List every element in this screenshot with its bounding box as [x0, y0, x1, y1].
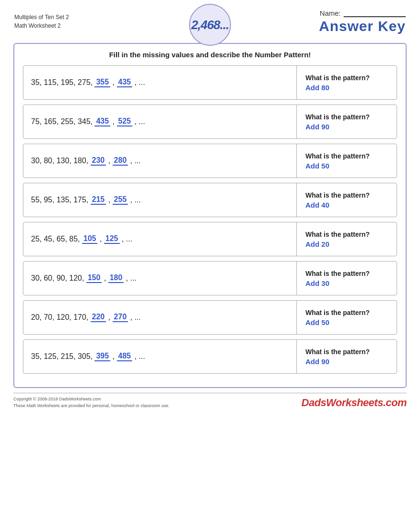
pattern-question-2: What is the pattern? [305, 113, 370, 121]
problem-sequence-2: 75, 165, 255, 345, 435 , 525 , ... [23, 105, 296, 138]
problem-row-7: 20, 70, 120, 170, 220 , 270 , ... What i… [23, 300, 397, 335]
answer1-5: 105 [82, 234, 98, 244]
header-right: Name: Answer Key [319, 9, 406, 34]
answer1-1: 355 [94, 78, 110, 87]
footer: Copyright © 2008-2018 DadsWorksheets.com… [13, 393, 407, 409]
problem-row-6: 30, 60, 90, 120, 150 , 180 , ... What is… [23, 261, 397, 295]
footer-left: Copyright © 2008-2018 DadsWorksheets.com… [13, 396, 169, 409]
problems-container: 35, 115, 195, 275, 355 , 435 , ... What … [23, 65, 397, 374]
logo-circle: 2,468... [189, 4, 231, 46]
problem-row-1: 35, 115, 195, 275, 355 , 435 , ... What … [23, 65, 397, 100]
problem-sequence-3: 30, 80, 130, 180, 230 , 280 , ... [23, 144, 296, 178]
sequence-text-8: 35, 125, 215, 305, [31, 352, 94, 361]
problem-sequence-1: 35, 115, 195, 275, 355 , 435 , ... [23, 66, 296, 99]
answer2-5: 125 [104, 234, 120, 244]
answer1-4: 215 [91, 195, 106, 205]
problem-sequence-6: 30, 60, 90, 120, 150 , 180 , ... [23, 262, 296, 295]
pattern-question-6: What is the pattern? [305, 270, 370, 277]
pattern-question-8: What is the pattern? [305, 348, 370, 356]
pattern-question-1: What is the pattern? [305, 74, 370, 82]
answer1-7: 220 [91, 313, 106, 322]
logo-text: 2,468... [191, 18, 229, 32]
pattern-question-4: What is the pattern? [305, 191, 370, 199]
problem-pattern-4: What is the pattern? Add 40 [296, 183, 397, 217]
answer2-2: 525 [117, 117, 133, 126]
answer2-4: 255 [113, 195, 128, 205]
name-label: Name: [320, 9, 341, 17]
page: Multiples of Ten Set 2 Math Worksheet 2 … [0, 0, 420, 525]
header: Multiples of Ten Set 2 Math Worksheet 2 … [0, 0, 420, 39]
problem-pattern-3: What is the pattern? Add 50 [296, 144, 397, 178]
answer1-2: 435 [94, 117, 110, 126]
pattern-question-7: What is the pattern? [305, 309, 370, 316]
problem-sequence-7: 20, 70, 120, 170, 220 , 270 , ... [23, 301, 296, 334]
pattern-answer-2: Add 90 [305, 123, 329, 131]
sequence-text-5: 25, 45, 65, 85, [31, 235, 82, 243]
problem-row-8: 35, 125, 215, 305, 395 , 485 , ... What … [23, 339, 397, 374]
sequence-text-7: 20, 70, 120, 170, [31, 313, 91, 322]
copyright: Copyright © 2008-2018 DadsWorksheets.com [13, 396, 169, 403]
problem-pattern-2: What is the pattern? Add 90 [296, 105, 397, 138]
pattern-answer-6: Add 30 [305, 279, 329, 287]
pattern-answer-8: Add 90 [305, 357, 329, 366]
footer-brand-text: DadsWorksheets.com [302, 397, 407, 409]
sequence-text-2: 75, 165, 255, 345, [31, 117, 94, 126]
pattern-answer-1: Add 80 [305, 84, 329, 92]
problem-pattern-6: What is the pattern? Add 30 [296, 262, 397, 295]
sequence-text-1: 35, 115, 195, 275, [31, 78, 94, 87]
problem-row-2: 75, 165, 255, 345, 435 , 525 , ... What … [23, 105, 397, 139]
header-subtitle: Multiples of Ten Set 2 Math Worksheet 2 [14, 13, 69, 30]
problem-sequence-4: 55, 95, 135, 175, 215 , 255 , ... [23, 183, 296, 217]
problem-pattern-5: What is the pattern? Add 20 [296, 222, 397, 256]
answer2-8: 485 [117, 352, 133, 361]
worksheet-title: Fill in the missing values and describe … [23, 51, 397, 59]
problem-pattern-1: What is the pattern? Add 80 [296, 66, 397, 99]
answer1-3: 230 [91, 156, 106, 166]
answer2-7: 270 [113, 313, 128, 322]
problem-row-3: 30, 80, 130, 180, 230 , 280 , ... What i… [23, 144, 397, 178]
sequence-text-3: 30, 80, 130, 180, [31, 157, 91, 165]
pattern-answer-7: Add 50 [305, 318, 329, 326]
problem-pattern-8: What is the pattern? Add 90 [296, 340, 397, 373]
sequence-text-6: 30, 60, 90, 120, [31, 274, 86, 283]
subtitle2: Math Worksheet 2 [14, 21, 69, 30]
pattern-question-5: What is the pattern? [305, 231, 370, 238]
problem-row-5: 25, 45, 65, 85, 105 , 125 , ... What is … [23, 222, 397, 256]
answer2-1: 435 [117, 78, 133, 87]
answer1-6: 150 [86, 273, 102, 283]
pattern-question-3: What is the pattern? [305, 152, 370, 160]
footer-note: These Math Worksheets are provided for p… [13, 403, 169, 410]
answer1-8: 395 [94, 352, 110, 361]
problem-sequence-8: 35, 125, 215, 305, 395 , 485 , ... [23, 340, 296, 373]
pattern-answer-5: Add 20 [305, 240, 329, 248]
answer-key-label: Answer Key [319, 18, 406, 34]
problem-sequence-5: 25, 45, 65, 85, 105 , 125 , ... [23, 222, 296, 256]
footer-brand: DadsWorksheets.com [302, 397, 407, 409]
subtitle1: Multiples of Ten Set 2 [14, 13, 69, 21]
answer2-6: 180 [108, 273, 124, 283]
problem-row-4: 55, 95, 135, 175, 215 , 255 , ... What i… [23, 183, 397, 217]
worksheet-box: Fill in the missing values and describe … [13, 43, 407, 388]
problem-pattern-7: What is the pattern? Add 50 [296, 301, 397, 334]
pattern-answer-3: Add 50 [305, 162, 329, 170]
name-underline[interactable] [344, 9, 406, 17]
sequence-text-4: 55, 95, 135, 175, [31, 196, 91, 204]
pattern-answer-4: Add 40 [305, 201, 329, 209]
answer2-3: 280 [113, 156, 128, 166]
name-line: Name: [320, 9, 406, 17]
